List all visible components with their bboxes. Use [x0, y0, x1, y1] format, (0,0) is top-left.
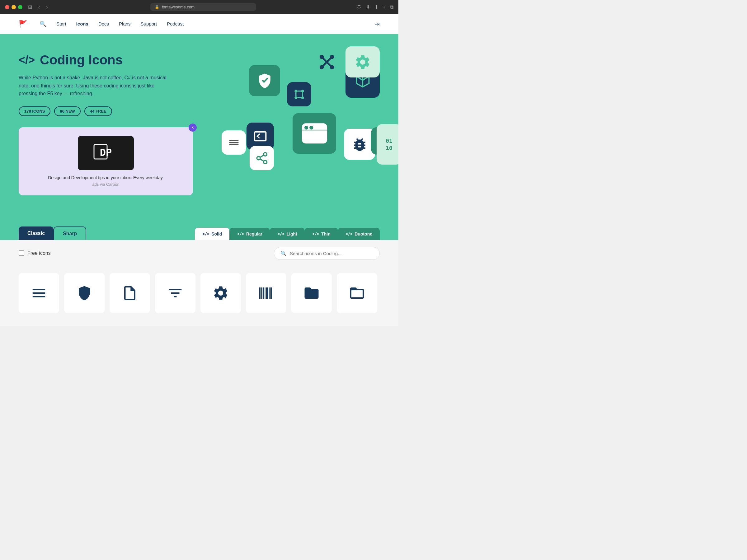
ad-logo-text: DP — [90, 141, 121, 165]
badge-total-icons: 178 ICONS — [19, 106, 50, 116]
search-box[interactable]: 🔍 — [274, 247, 380, 260]
icon-card-barcode[interactable] — [246, 273, 286, 313]
minimize-button[interactable] — [11, 5, 16, 9]
badge-free-icons: 44 FREE — [84, 106, 112, 116]
shield-icon: 🛡 — [357, 4, 362, 10]
icon-card-filter[interactable] — [155, 273, 196, 313]
sidebar-toggle-icon[interactable]: ⊞ — [26, 3, 34, 10]
site-logo[interactable]: 🚩 — [19, 20, 27, 28]
tab-solid[interactable]: </> Solid — [195, 228, 230, 240]
float-shield-icon — [249, 65, 280, 96]
svg-point-4 — [301, 89, 304, 92]
filter-bar: Free icons 🔍 — [0, 240, 398, 267]
hero-content: </> Coding Icons While Python is not a s… — [19, 53, 193, 195]
svg-line-24 — [260, 159, 264, 161]
svg-point-3 — [294, 89, 297, 92]
float-binary-icon: 0110 — [377, 124, 398, 165]
svg-point-13 — [320, 55, 324, 59]
tab-light[interactable]: </> Light — [270, 228, 305, 240]
svg-point-23 — [263, 160, 267, 164]
close-button[interactable] — [5, 5, 9, 9]
hero-badges: 178 ICONS 86 NEW 44 FREE — [19, 106, 193, 116]
svg-point-22 — [257, 157, 260, 160]
icon-card-bars[interactable] — [19, 273, 59, 313]
nav-support[interactable]: Support — [141, 21, 157, 26]
svg-point-5 — [294, 96, 297, 99]
svg-line-25 — [260, 155, 264, 157]
hero-description: While Python is not a snake, Java is not… — [19, 74, 174, 98]
float-bugtool-icon — [308, 46, 345, 77]
download-icon[interactable]: ⬇ — [366, 4, 370, 10]
tab-light-label: Light — [287, 232, 297, 236]
nav-podcast[interactable]: Podcast — [167, 21, 184, 26]
svg-text:DP: DP — [100, 146, 112, 158]
ad-attribution: ads via Carbon — [27, 182, 184, 187]
free-icons-checkbox[interactable] — [19, 250, 24, 256]
nav-links: 🔍 Start Icons Docs Plans Support Podcast — [40, 21, 375, 27]
browser-right-controls: 🛡 ⬇ ⬆ + ⧉ — [357, 4, 393, 10]
browser-chrome: ⊞ ‹ › 🔒 fontawesome.com 🛡 ⬇ ⬆ + ⧉ — [0, 0, 398, 14]
hero-title-row: </> Coding Icons — [19, 53, 193, 68]
icon-card-folder[interactable] — [291, 273, 332, 313]
float-bug-icon — [344, 129, 375, 160]
address-bar-container: 🔒 fontawesome.com — [54, 3, 353, 11]
float-menu-icon — [222, 130, 246, 155]
tab-regular-prefix: </> — [237, 232, 244, 236]
icon-card-document[interactable] — [109, 273, 150, 313]
float-window-icon — [292, 113, 336, 154]
svg-point-6 — [301, 96, 304, 99]
badge-new-icons: 86 NEW — [54, 106, 80, 116]
icon-card-gear[interactable] — [201, 273, 241, 313]
tab-regular[interactable]: </> Regular — [229, 228, 270, 240]
style-switcher: Classic Sharp </> Solid </> Regular </> … — [0, 220, 398, 240]
classic-button[interactable]: Classic — [19, 226, 54, 240]
icons-grid — [0, 267, 398, 326]
tab-solid-label: Solid — [211, 232, 222, 236]
new-tab-icon[interactable]: + — [383, 4, 386, 10]
icon-card-shield[interactable] — [64, 273, 105, 313]
style-tabs: </> Solid </> Regular </> Light </> Thin… — [195, 228, 380, 240]
nav-docs[interactable]: Docs — [98, 21, 109, 26]
svg-point-14 — [330, 55, 334, 59]
sharp-button[interactable]: Sharp — [54, 226, 86, 240]
signin-icon[interactable]: ⇥ — [375, 20, 380, 28]
free-icons-label: Free icons — [27, 250, 51, 256]
search-icon: 🔍 — [280, 250, 287, 256]
back-icon[interactable]: ‹ — [36, 4, 42, 10]
tab-regular-label: Regular — [246, 232, 262, 236]
forward-icon[interactable]: › — [44, 4, 50, 10]
nav-icons[interactable]: Icons — [76, 21, 88, 26]
hero-title: Coding Icons — [40, 53, 123, 68]
float-matrix-icon — [287, 82, 311, 106]
tab-thin-label: Thin — [321, 232, 331, 236]
browser-controls: ⊞ ‹ › — [26, 3, 50, 10]
float-gear-icon — [345, 46, 380, 77]
nav-plans[interactable]: Plans — [119, 21, 131, 26]
tab-thin[interactable]: </> Thin — [305, 228, 338, 240]
tab-duotone[interactable]: </> Duotone — [338, 228, 380, 240]
ad-close-button[interactable]: × — [189, 124, 197, 132]
free-icons-filter[interactable]: Free icons — [19, 250, 51, 256]
svg-point-15 — [320, 65, 324, 70]
hero-section: </> Coding Icons While Python is not a s… — [0, 34, 398, 220]
icon-card-folder-open[interactable] — [337, 273, 377, 313]
search-input[interactable] — [290, 251, 373, 256]
tabs-icon[interactable]: ⧉ — [390, 4, 393, 10]
share-icon[interactable]: ⬆ — [375, 4, 379, 10]
svg-point-21 — [263, 153, 267, 156]
url-text: fontawesome.com — [162, 5, 195, 9]
svg-rect-20 — [302, 130, 327, 131]
float-share-icon — [250, 146, 274, 170]
tab-duotone-prefix: </> — [345, 232, 353, 236]
nav-search-icon[interactable]: 🔍 — [40, 21, 46, 27]
svg-point-18 — [304, 126, 308, 130]
svg-point-16 — [330, 65, 334, 70]
maximize-button[interactable] — [18, 5, 22, 9]
address-bar[interactable]: 🔒 fontawesome.com — [150, 3, 256, 11]
ad-description: Design and Development tips in your inbo… — [27, 175, 184, 180]
tab-solid-prefix: </> — [202, 232, 209, 236]
style-group-classic-sharp: Classic Sharp — [19, 226, 86, 240]
ad-logo-box[interactable]: DP — [78, 136, 134, 170]
nav-start[interactable]: Start — [56, 21, 66, 26]
hero-code-icon: </> — [19, 54, 35, 66]
